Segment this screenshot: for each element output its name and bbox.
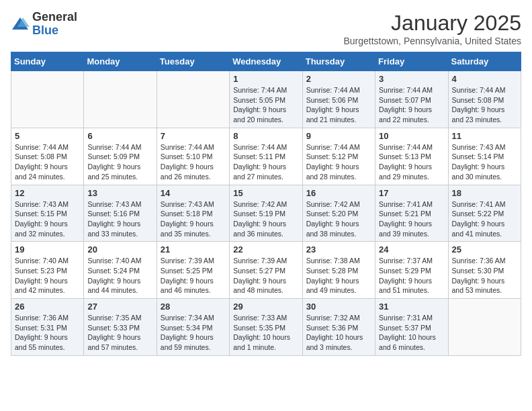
location-subtitle: Burgettstown, Pennsylvania, United State…	[343, 36, 521, 46]
calendar-day-cell: 1Sunrise: 7:44 AM Sunset: 5:05 PM Daylig…	[230, 71, 302, 128]
day-number: 16	[306, 188, 371, 198]
calendar-week-row: 5Sunrise: 7:44 AM Sunset: 5:08 PM Daylig…	[11, 128, 521, 185]
calendar-day-cell: 12Sunrise: 7:43 AM Sunset: 5:15 PM Dayli…	[11, 185, 84, 242]
day-info: Sunrise: 7:35 AM Sunset: 5:33 PM Dayligh…	[87, 313, 152, 353]
day-info: Sunrise: 7:43 AM Sunset: 5:18 PM Dayligh…	[161, 199, 226, 239]
title-area: January 2025 Burgettstown, Pennsylvania,…	[343, 11, 521, 46]
calendar-day-cell: 6Sunrise: 7:44 AM Sunset: 5:09 PM Daylig…	[84, 128, 157, 185]
day-number: 17	[379, 188, 444, 198]
calendar-day-cell: 26Sunrise: 7:36 AM Sunset: 5:31 PM Dayli…	[11, 299, 84, 356]
calendar-day-cell: 24Sunrise: 7:37 AM Sunset: 5:29 PM Dayli…	[375, 242, 448, 299]
day-number: 4	[452, 74, 517, 84]
day-info: Sunrise: 7:44 AM Sunset: 5:05 PM Dayligh…	[233, 85, 298, 125]
calendar-day-cell: 28Sunrise: 7:34 AM Sunset: 5:34 PM Dayli…	[157, 299, 229, 356]
calendar-day-cell: 8Sunrise: 7:44 AM Sunset: 5:11 PM Daylig…	[230, 128, 302, 185]
day-of-week-header: Sunday	[11, 52, 84, 71]
day-of-week-header: Saturday	[448, 52, 521, 71]
day-info: Sunrise: 7:44 AM Sunset: 5:06 PM Dayligh…	[306, 85, 371, 125]
day-number: 2	[306, 74, 371, 84]
day-of-week-header: Monday	[84, 52, 157, 71]
day-number: 21	[161, 244, 226, 255]
calendar-day-cell	[84, 71, 157, 128]
day-info: Sunrise: 7:42 AM Sunset: 5:19 PM Dayligh…	[233, 199, 298, 239]
day-number: 28	[161, 302, 226, 312]
month-title: January 2025	[343, 11, 521, 36]
day-info: Sunrise: 7:38 AM Sunset: 5:28 PM Dayligh…	[306, 256, 371, 295]
calendar-week-row: 12Sunrise: 7:43 AM Sunset: 5:15 PM Dayli…	[11, 185, 521, 242]
day-info: Sunrise: 7:34 AM Sunset: 5:34 PM Dayligh…	[161, 313, 226, 353]
calendar-day-cell: 2Sunrise: 7:44 AM Sunset: 5:06 PM Daylig…	[302, 71, 375, 128]
day-info: Sunrise: 7:40 AM Sunset: 5:23 PM Dayligh…	[15, 256, 80, 295]
day-info: Sunrise: 7:37 AM Sunset: 5:29 PM Dayligh…	[379, 256, 444, 295]
day-number: 13	[87, 188, 152, 198]
day-of-week-header: Friday	[375, 52, 448, 71]
logo-icon	[11, 15, 30, 34]
calendar-day-cell: 14Sunrise: 7:43 AM Sunset: 5:18 PM Dayli…	[157, 185, 229, 242]
calendar-day-cell: 13Sunrise: 7:43 AM Sunset: 5:16 PM Dayli…	[84, 185, 157, 242]
day-info: Sunrise: 7:39 AM Sunset: 5:27 PM Dayligh…	[233, 256, 298, 295]
day-of-week-header: Tuesday	[157, 52, 229, 71]
day-number: 27	[87, 302, 152, 312]
calendar-day-cell: 29Sunrise: 7:33 AM Sunset: 5:35 PM Dayli…	[230, 299, 302, 356]
calendar-day-cell: 4Sunrise: 7:44 AM Sunset: 5:08 PM Daylig…	[448, 71, 521, 128]
day-number: 31	[379, 302, 444, 312]
day-info: Sunrise: 7:33 AM Sunset: 5:35 PM Dayligh…	[233, 313, 298, 353]
day-number: 5	[15, 131, 80, 141]
calendar-day-cell: 22Sunrise: 7:39 AM Sunset: 5:27 PM Dayli…	[230, 242, 302, 299]
day-info: Sunrise: 7:44 AM Sunset: 5:12 PM Dayligh…	[306, 142, 371, 182]
calendar-day-cell	[448, 299, 521, 356]
calendar-day-cell: 16Sunrise: 7:42 AM Sunset: 5:20 PM Dayli…	[302, 185, 375, 242]
day-of-week-header: Thursday	[302, 52, 375, 71]
day-number: 19	[15, 244, 80, 255]
day-number: 9	[306, 131, 371, 141]
calendar-day-cell: 27Sunrise: 7:35 AM Sunset: 5:33 PM Dayli…	[84, 299, 157, 356]
day-info: Sunrise: 7:41 AM Sunset: 5:22 PM Dayligh…	[452, 199, 517, 239]
calendar-day-cell: 5Sunrise: 7:44 AM Sunset: 5:08 PM Daylig…	[11, 128, 84, 185]
day-info: Sunrise: 7:36 AM Sunset: 5:30 PM Dayligh…	[452, 256, 517, 295]
calendar-day-cell: 7Sunrise: 7:44 AM Sunset: 5:10 PM Daylig…	[157, 128, 229, 185]
calendar-day-cell: 10Sunrise: 7:44 AM Sunset: 5:13 PM Dayli…	[375, 128, 448, 185]
day-info: Sunrise: 7:43 AM Sunset: 5:14 PM Dayligh…	[452, 142, 517, 182]
calendar-day-cell	[157, 71, 229, 128]
calendar-table: SundayMondayTuesdayWednesdayThursdayFrid…	[11, 52, 521, 356]
day-number: 26	[15, 302, 80, 312]
calendar-day-cell: 18Sunrise: 7:41 AM Sunset: 5:22 PM Dayli…	[448, 185, 521, 242]
day-number: 24	[379, 244, 444, 255]
calendar-day-cell: 25Sunrise: 7:36 AM Sunset: 5:30 PM Dayli…	[448, 242, 521, 299]
day-info: Sunrise: 7:44 AM Sunset: 5:08 PM Dayligh…	[15, 142, 80, 182]
day-number: 7	[161, 131, 226, 141]
day-number: 6	[87, 131, 152, 141]
day-info: Sunrise: 7:42 AM Sunset: 5:20 PM Dayligh…	[306, 199, 371, 239]
day-number: 15	[233, 188, 298, 198]
calendar-day-cell	[11, 71, 84, 128]
day-number: 30	[306, 302, 371, 312]
day-info: Sunrise: 7:44 AM Sunset: 5:07 PM Dayligh…	[379, 85, 444, 125]
calendar-day-cell: 31Sunrise: 7:31 AM Sunset: 5:37 PM Dayli…	[375, 299, 448, 356]
day-number: 1	[233, 74, 298, 84]
calendar-week-row: 19Sunrise: 7:40 AM Sunset: 5:23 PM Dayli…	[11, 242, 521, 299]
day-number: 3	[379, 74, 444, 84]
calendar-week-row: 26Sunrise: 7:36 AM Sunset: 5:31 PM Dayli…	[11, 299, 521, 356]
calendar-day-cell: 20Sunrise: 7:40 AM Sunset: 5:24 PM Dayli…	[84, 242, 157, 299]
day-info: Sunrise: 7:44 AM Sunset: 5:10 PM Dayligh…	[161, 142, 226, 182]
day-number: 20	[87, 244, 152, 255]
day-info: Sunrise: 7:44 AM Sunset: 5:09 PM Dayligh…	[87, 142, 152, 182]
day-info: Sunrise: 7:40 AM Sunset: 5:24 PM Dayligh…	[87, 256, 152, 295]
day-of-week-header: Wednesday	[230, 52, 302, 71]
calendar-day-cell: 23Sunrise: 7:38 AM Sunset: 5:28 PM Dayli…	[302, 242, 375, 299]
calendar-day-cell: 19Sunrise: 7:40 AM Sunset: 5:23 PM Dayli…	[11, 242, 84, 299]
calendar-day-cell: 11Sunrise: 7:43 AM Sunset: 5:14 PM Dayli…	[448, 128, 521, 185]
day-info: Sunrise: 7:44 AM Sunset: 5:11 PM Dayligh…	[233, 142, 298, 182]
calendar-day-cell: 30Sunrise: 7:32 AM Sunset: 5:36 PM Dayli…	[302, 299, 375, 356]
calendar-day-cell: 17Sunrise: 7:41 AM Sunset: 5:21 PM Dayli…	[375, 185, 448, 242]
day-info: Sunrise: 7:32 AM Sunset: 5:36 PM Dayligh…	[306, 313, 371, 353]
day-number: 10	[379, 131, 444, 141]
day-info: Sunrise: 7:43 AM Sunset: 5:16 PM Dayligh…	[87, 199, 152, 239]
day-info: Sunrise: 7:44 AM Sunset: 5:08 PM Dayligh…	[452, 85, 517, 125]
day-number: 25	[452, 244, 517, 255]
day-number: 8	[233, 131, 298, 141]
calendar-day-cell: 15Sunrise: 7:42 AM Sunset: 5:19 PM Dayli…	[230, 185, 302, 242]
day-info: Sunrise: 7:31 AM Sunset: 5:37 PM Dayligh…	[379, 313, 444, 353]
day-number: 29	[233, 302, 298, 312]
page-header: General Blue January 2025 Burgettstown, …	[11, 11, 521, 46]
